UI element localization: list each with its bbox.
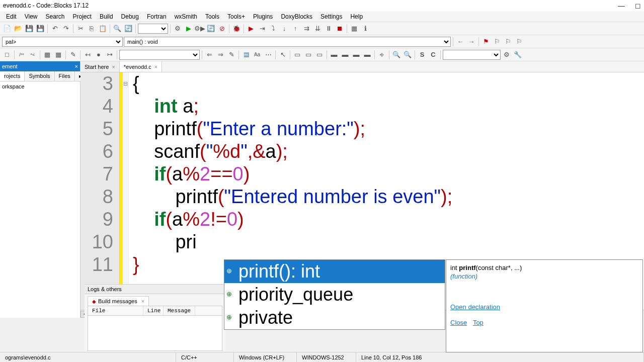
break-icon[interactable]: ⏸	[324, 24, 334, 34]
tooltip-top-link[interactable]: Top	[473, 319, 484, 326]
tooltip-close-link[interactable]: Close	[450, 319, 467, 326]
autocomplete-item[interactable]: ⊕priority_queue	[224, 283, 445, 306]
sel5-icon[interactable]: ▬	[340, 50, 350, 60]
zoom-out-icon[interactable]: 🔍	[403, 50, 413, 60]
comment-icon[interactable]: /**	[17, 50, 27, 60]
debug-icon[interactable]: 🐞	[231, 24, 242, 34]
build-target-dropdown[interactable]	[138, 24, 168, 34]
step-instr-icon[interactable]: ⇊	[312, 24, 323, 34]
code-line[interactable]: if(a%2!=0)	[133, 208, 644, 231]
menu-tools[interactable]: Tools	[201, 12, 223, 21]
code-line[interactable]: scanf("%d",&a);	[133, 140, 644, 163]
open-declaration-link[interactable]: Open declaration	[450, 303, 500, 311]
scope-dropdown[interactable]: pal>	[2, 37, 123, 47]
sel7-icon[interactable]: ▬	[362, 50, 372, 60]
find-icon[interactable]: 🔍	[112, 24, 122, 34]
s-icon[interactable]: S	[417, 50, 427, 60]
menu-wxsmith[interactable]: wxSmith	[171, 12, 201, 21]
bookmark-clear-icon[interactable]: ⚐	[514, 37, 524, 47]
code-line[interactable]: printf("Enter a number:");	[133, 118, 644, 140]
sidebar-workspace-tree[interactable]: orkspace	[0, 81, 80, 318]
menu-debug[interactable]: Debug	[117, 12, 143, 21]
zoom-in-icon[interactable]: 🔍	[391, 50, 401, 60]
highlight-icon[interactable]: ✎	[226, 50, 236, 60]
menu-help[interactable]: Help	[346, 12, 367, 21]
autocomplete-popup[interactable]: ⊕printf(): int⊕priority_queue⊕private	[224, 259, 445, 330]
autocomplete-item[interactable]: ⊕private	[224, 306, 445, 329]
arrow-l-icon[interactable]: ⇐	[204, 50, 214, 60]
redo-icon[interactable]: ↷	[61, 24, 71, 34]
build-icon[interactable]: ⚙	[173, 24, 183, 34]
paste-icon[interactable]: 📋	[98, 24, 108, 34]
tb-c-icon[interactable]: ▦	[53, 50, 63, 60]
bookmark-next-icon[interactable]: ⚐	[503, 37, 513, 47]
dots-icon[interactable]: ⋯	[263, 50, 273, 60]
sidebar-tab-symbols[interactable]: Symbols	[25, 71, 54, 81]
sel4-icon[interactable]: ▬	[329, 50, 339, 60]
build-messages-table[interactable]: FileLineMessage	[88, 306, 222, 351]
menu-edit[interactable]: Edit	[2, 12, 21, 21]
wand-icon[interactable]: ✎	[68, 50, 78, 60]
info-icon[interactable]: ℹ	[360, 24, 370, 34]
new-file-icon[interactable]: 📄	[2, 24, 12, 34]
step-out-icon[interactable]: ↑	[290, 24, 300, 34]
column-header[interactable]: Line	[143, 306, 164, 315]
menu-view[interactable]: View	[21, 12, 42, 21]
autocomplete-item[interactable]: ⊕printf(): int	[224, 260, 445, 283]
minimize-icon[interactable]: —	[618, 2, 625, 10]
undo-icon[interactable]: ↶	[50, 24, 60, 34]
extra-dropdown[interactable]	[443, 50, 501, 60]
fold-gutter[interactable]: ⊟	[123, 72, 129, 310]
cursor-icon[interactable]: ↖	[278, 50, 288, 60]
sel2-icon[interactable]: ▭	[303, 50, 313, 60]
cut-icon[interactable]: ✂	[75, 24, 86, 34]
menu-project[interactable]: Project	[69, 12, 96, 21]
c-icon[interactable]: C	[428, 50, 438, 60]
replace-icon[interactable]: 🔄	[123, 24, 133, 34]
comment2-icon[interactable]: *<	[28, 50, 38, 60]
jump-mark-icon[interactable]: ●	[94, 50, 104, 60]
sel6-icon[interactable]: ▬	[351, 50, 361, 60]
sidebar-close-icon[interactable]: ×	[75, 63, 78, 69]
editor-tab[interactable]: Start here×	[80, 61, 120, 72]
sel1-icon[interactable]: ▭	[292, 50, 302, 60]
tab-close-icon[interactable]: ×	[154, 64, 157, 70]
menu-settings[interactable]: Settings	[316, 12, 346, 21]
bookmark-flag-icon[interactable]: ⚑	[481, 37, 491, 47]
sel3-icon[interactable]: ▭	[314, 50, 325, 60]
gear2-icon[interactable]: ⚙	[502, 50, 512, 60]
code-line[interactable]: if(a%2==0)	[133, 163, 644, 186]
build-run-icon[interactable]: ⚙▶	[195, 24, 205, 34]
tab-close-icon[interactable]: ×	[112, 64, 115, 70]
insert-icon[interactable]: ⎆	[377, 50, 387, 60]
tb-a-icon[interactable]: □	[2, 50, 12, 60]
save-all-icon[interactable]: 💾	[35, 24, 45, 34]
menu-doxyblocks[interactable]: DoxyBlocks	[277, 12, 316, 21]
step-into-icon[interactable]: ↓	[279, 24, 289, 34]
next-instr-icon[interactable]: ⇉	[301, 24, 311, 34]
arrow-r-icon[interactable]: ⇒	[215, 50, 225, 60]
bookmark-prev-icon[interactable]: ⚐	[492, 37, 502, 47]
sidebar-tab-files[interactable]: Files	[55, 71, 75, 81]
aa-icon[interactable]: Aa	[252, 50, 262, 60]
copy-icon[interactable]: ⎘	[87, 24, 97, 34]
nav-fwd-icon[interactable]: →	[466, 37, 476, 47]
code-line[interactable]: {	[133, 72, 644, 95]
column-header[interactable]: Message	[164, 306, 195, 315]
code-line[interactable]: pri	[133, 231, 644, 253]
run-icon[interactable]: ▶	[184, 24, 194, 34]
abc-icon[interactable]: 🔤	[241, 50, 251, 60]
debug-run-icon[interactable]: ▶	[246, 24, 256, 34]
run-to-cursor-icon[interactable]: ⇥	[257, 24, 267, 34]
gear3-icon[interactable]: 🔧	[513, 50, 523, 60]
menu-plugins[interactable]: Plugins	[249, 12, 277, 21]
menu-tools+[interactable]: Tools+	[223, 12, 249, 21]
jump-back-icon[interactable]: ↤	[83, 50, 93, 60]
jump-fwd-icon[interactable]: ↦	[105, 50, 115, 60]
rebuild-icon[interactable]: 🔄	[206, 24, 216, 34]
column-header[interactable]: File	[88, 306, 143, 315]
build-messages-tab[interactable]: ◆ Build messages ×	[88, 296, 149, 306]
stop-icon[interactable]: ⏹	[335, 24, 345, 34]
function-dropdown[interactable]: main() : void	[124, 37, 451, 47]
menu-fortran[interactable]: Fortran	[143, 12, 171, 21]
